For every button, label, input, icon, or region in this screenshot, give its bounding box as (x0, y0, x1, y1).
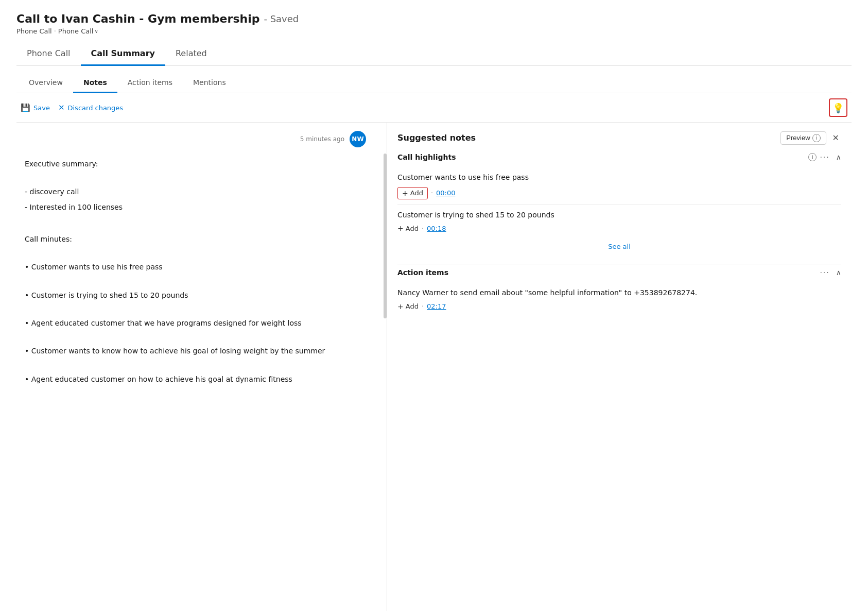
add-action-label-1: Add (406, 302, 419, 310)
breadcrumb: Phone Call · Phone Call ∨ (16, 27, 852, 35)
call-bullet2: • Customer is trying to shed 15 to 20 po… (25, 289, 363, 302)
action-item-text-1: Nancy Warner to send email about "some h… (397, 288, 841, 298)
call-highlights-header: Call highlights i ··· ∧ (397, 153, 841, 161)
suggested-notes-header: Suggested notes Preview i ✕ (397, 131, 841, 145)
action-items-collapse-icon[interactable]: ∧ (836, 268, 841, 277)
lightbulb-button[interactable]: 💡 (829, 98, 847, 117)
highlight-actions-1: + Add · 00:00 (397, 187, 841, 199)
dot-separator-1: · (431, 189, 433, 197)
call-highlights-section: Call highlights i ··· ∧ Customer wants t… (397, 153, 841, 256)
action-items-title: Action items (397, 268, 817, 277)
page-title-area: Call to Ivan Cashin - Gym membership - S… (16, 12, 852, 25)
page-title-text: Call to Ivan Cashin - Gym membership (16, 12, 259, 25)
tab-related[interactable]: Related (165, 43, 217, 66)
tab-notes[interactable]: Notes (73, 74, 117, 93)
call-minutes-section: Call minutes: • Customer wants to use hi… (25, 233, 363, 386)
toolbar: 💾 Save ✕ Discard changes 💡 (16, 93, 852, 123)
close-suggested-button[interactable]: ✕ (830, 131, 841, 145)
save-label: Save (33, 104, 50, 112)
editor-content[interactable]: Executive summary: - discovery call - In… (21, 154, 378, 396)
preview-button[interactable]: Preview i (780, 131, 826, 145)
plus-icon-2: + (397, 224, 404, 232)
scroll-bar[interactable] (384, 154, 387, 318)
action-items-more-icon[interactable]: ··· (820, 268, 829, 277)
suggested-notes-title: Suggested notes (397, 133, 776, 143)
timestamp-link-2[interactable]: 00:18 (427, 225, 446, 232)
add-action-item-1-button[interactable]: + Add (397, 302, 419, 311)
page-header: Call to Ivan Cashin - Gym membership - S… (16, 12, 852, 35)
highlight-text-2: Customer is trying to shed 15 to 20 poun… (397, 210, 841, 220)
tab-mentions[interactable]: Mentions (183, 74, 236, 93)
tab-overview[interactable]: Overview (19, 74, 73, 93)
call-bullet1: • Customer wants to use his free pass (25, 261, 363, 274)
secondary-tabs: Overview Notes Action items Mentions (16, 74, 852, 93)
preview-label: Preview (786, 134, 810, 142)
add-label-1: Add (410, 189, 423, 197)
breadcrumb-dropdown[interactable]: Phone Call ∨ (58, 27, 98, 35)
save-button[interactable]: 💾 Save (21, 103, 50, 112)
call-bullet5: • Agent educated customer on how to achi… (25, 373, 363, 386)
executive-summary-label: Executive summary: (25, 158, 363, 171)
editor-timestamp: 5 minutes ago (300, 135, 344, 143)
highlight-actions-2: + Add · 00:18 (397, 224, 841, 232)
tab-call-summary[interactable]: Call Summary (81, 43, 165, 66)
plus-icon-action: + (397, 302, 404, 311)
discard-label: Discard changes (68, 104, 124, 112)
add-highlight-1-button[interactable]: + Add (397, 187, 428, 199)
timestamp-link-1[interactable]: 00:00 (436, 189, 455, 197)
add-label-2: Add (406, 225, 419, 232)
tab-action-items[interactable]: Action items (117, 74, 183, 93)
collapse-icon[interactable]: ∧ (836, 153, 841, 161)
call-minutes-label: Call minutes: (25, 233, 363, 246)
saved-label: - Saved (264, 13, 299, 24)
avatar: NW (350, 131, 366, 147)
call-bullet4: • Customer wants to know how to achieve … (25, 345, 363, 358)
action-item-1: Nancy Warner to send email about "some h… (397, 283, 841, 316)
action-items-header: Action items ··· ∧ (397, 268, 841, 277)
call-bullet3: • Agent educated customer that we have p… (25, 317, 363, 330)
primary-tabs: Phone Call Call Summary Related (16, 43, 852, 66)
highlight-text-1: Customer wants to use his free pass (397, 173, 841, 183)
main-content: 5 minutes ago NW Executive summary: - di… (16, 123, 852, 611)
save-icon: 💾 (21, 103, 30, 112)
call-highlights-info-icon[interactable]: i (808, 153, 817, 161)
action-item-actions-1: + Add · 02:17 (397, 302, 841, 311)
dot-separator-2: · (422, 225, 424, 232)
lightbulb-icon: 💡 (832, 103, 844, 113)
editor-meta: 5 minutes ago NW (21, 131, 378, 147)
breadcrumb-item2: Phone Call (58, 27, 94, 35)
discard-button[interactable]: ✕ Discard changes (58, 103, 123, 112)
more-options-icon[interactable]: ··· (820, 153, 829, 161)
highlight-item-1: Customer wants to use his free pass + Ad… (397, 167, 841, 205)
action-items-section: Action items ··· ∧ Nancy Warner to send … (397, 268, 841, 316)
executive-summary-section: Executive summary: - discovery call - In… (25, 158, 363, 214)
editor-panel: 5 minutes ago NW Executive summary: - di… (16, 123, 387, 611)
call-highlights-title: Call highlights (397, 153, 805, 161)
tab-phone-call[interactable]: Phone Call (16, 43, 81, 66)
chevron-down-icon: ∨ (94, 28, 98, 34)
summary-line2: - Interested in 100 licenses (25, 201, 363, 214)
close-icon: ✕ (58, 103, 65, 112)
add-highlight-2-button[interactable]: + Add (397, 224, 419, 232)
dot-separator-action: · (422, 302, 424, 310)
breadcrumb-item1: Phone Call (16, 27, 52, 35)
breadcrumb-separator: · (54, 27, 56, 35)
suggested-panel: Suggested notes Preview i ✕ Call highlig… (387, 123, 852, 611)
action-timestamp-link-1[interactable]: 02:17 (427, 302, 446, 310)
page-container: Call to Ivan Cashin - Gym membership - S… (0, 0, 868, 611)
section-divider (397, 264, 841, 264)
plus-icon: + (402, 189, 408, 197)
see-all-link[interactable]: See all (397, 237, 841, 256)
preview-info-icon: i (812, 134, 821, 142)
highlight-item-2: Customer is trying to shed 15 to 20 poun… (397, 205, 841, 238)
summary-line1: - discovery call (25, 185, 363, 198)
